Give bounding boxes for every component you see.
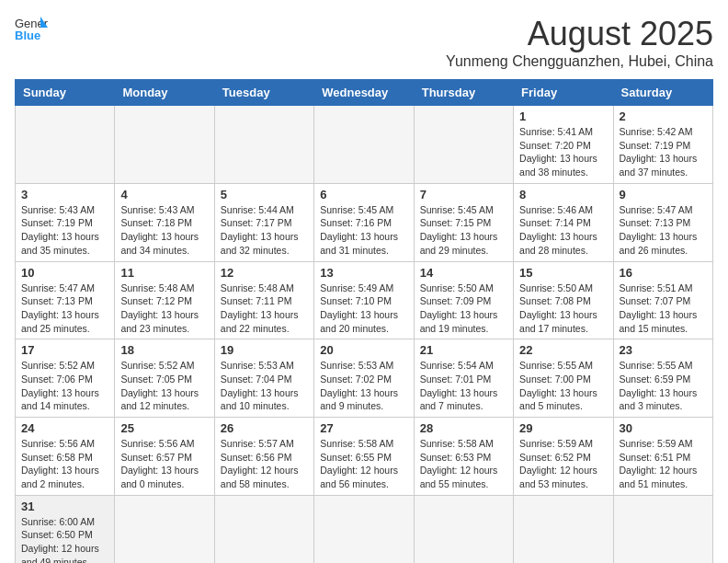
calendar-cell [314,106,414,184]
calendar-title: August 2025 [446,15,713,53]
calendar-cell: 27Sunrise: 5:58 AM Sunset: 6:55 PM Dayli… [314,418,414,496]
day-info: Sunrise: 5:53 AM Sunset: 7:04 PM Dayligh… [221,359,308,413]
day-number: 2 [620,109,707,123]
calendar-cell: 25Sunrise: 5:56 AM Sunset: 6:57 PM Dayli… [115,418,214,496]
calendar-week-row: 3Sunrise: 5:43 AM Sunset: 7:19 PM Daylig… [16,183,713,261]
calendar-cell: 8Sunrise: 5:46 AM Sunset: 7:14 PM Daylig… [514,183,613,261]
calendar-cell [314,495,414,563]
day-info: Sunrise: 5:54 AM Sunset: 7:01 PM Dayligh… [420,359,507,413]
calendar-cell: 21Sunrise: 5:54 AM Sunset: 7:01 PM Dayli… [414,339,513,418]
day-number: 9 [620,188,707,201]
day-info: Sunrise: 5:55 AM Sunset: 7:00 PM Dayligh… [519,359,607,413]
calendar-subtitle: Yunmeng Chengguanzhen, Hubei, China [446,53,713,70]
calendar-cell: 10Sunrise: 5:47 AM Sunset: 7:13 PM Dayli… [16,261,115,339]
calendar-table: SundayMondayTuesdayWednesdayThursdayFrid… [15,79,713,563]
calendar-cell: 20Sunrise: 5:53 AM Sunset: 7:02 PM Dayli… [314,339,414,418]
calendar-cell: 2Sunrise: 5:42 AM Sunset: 7:19 PM Daylig… [613,106,712,184]
calendar-cell: 31Sunrise: 6:00 AM Sunset: 6:50 PM Dayli… [16,495,115,563]
calendar-week-row: 10Sunrise: 5:47 AM Sunset: 7:13 PM Dayli… [16,261,713,339]
calendar-title-area: August 2025 Yunmeng Chengguanzhen, Hubei… [446,15,713,70]
calendar-cell: 6Sunrise: 5:45 AM Sunset: 7:16 PM Daylig… [314,183,414,261]
day-number: 6 [320,188,407,201]
calendar-cell: 28Sunrise: 5:58 AM Sunset: 6:53 PM Dayli… [414,418,513,496]
day-number: 11 [120,266,208,280]
day-number: 17 [21,343,108,357]
calendar-cell [214,106,313,184]
calendar-cell [613,495,712,563]
calendar-cell: 22Sunrise: 5:55 AM Sunset: 7:00 PM Dayli… [514,339,613,418]
day-info: Sunrise: 5:55 AM Sunset: 6:59 PM Dayligh… [620,359,707,413]
day-number: 30 [620,421,707,435]
day-number: 13 [320,266,407,280]
calendar-cell: 12Sunrise: 5:48 AM Sunset: 7:11 PM Dayli… [214,261,313,339]
calendar-cell: 26Sunrise: 5:57 AM Sunset: 6:56 PM Dayli… [214,418,313,496]
day-number: 31 [21,500,108,513]
weekday-header-row: SundayMondayTuesdayWednesdayThursdayFrid… [16,80,713,106]
calendar-cell: 23Sunrise: 5:55 AM Sunset: 6:59 PM Dayli… [613,339,712,418]
day-info: Sunrise: 5:47 AM Sunset: 7:13 PM Dayligh… [21,282,108,336]
weekday-header-saturday: Saturday [613,80,712,106]
day-number: 15 [519,266,607,280]
calendar-cell [414,106,513,184]
day-number: 28 [420,421,507,435]
day-number: 16 [620,266,707,280]
day-number: 18 [120,343,208,357]
svg-text:Blue: Blue [15,29,40,42]
day-info: Sunrise: 5:53 AM Sunset: 7:02 PM Dayligh… [320,359,407,413]
calendar-cell [514,495,613,563]
calendar-cell: 7Sunrise: 5:45 AM Sunset: 7:15 PM Daylig… [414,183,513,261]
weekday-header-tuesday: Tuesday [214,80,313,106]
weekday-header-friday: Friday [514,80,613,106]
day-info: Sunrise: 5:43 AM Sunset: 7:19 PM Dayligh… [21,203,108,258]
day-info: Sunrise: 5:44 AM Sunset: 7:17 PM Dayligh… [221,203,308,258]
day-info: Sunrise: 5:58 AM Sunset: 6:53 PM Dayligh… [420,437,507,491]
day-info: Sunrise: 5:47 AM Sunset: 7:13 PM Dayligh… [620,203,707,258]
calendar-cell: 14Sunrise: 5:50 AM Sunset: 7:09 PM Dayli… [414,261,513,339]
day-number: 1 [519,109,607,123]
calendar-cell [214,495,313,563]
day-number: 3 [21,188,108,201]
day-info: Sunrise: 5:59 AM Sunset: 6:52 PM Dayligh… [519,437,607,491]
day-info: Sunrise: 5:58 AM Sunset: 6:55 PM Dayligh… [320,437,407,491]
day-number: 22 [519,343,607,357]
calendar-week-row: 24Sunrise: 5:56 AM Sunset: 6:58 PM Dayli… [16,418,713,496]
day-number: 24 [21,421,108,435]
day-number: 12 [221,266,308,280]
day-number: 14 [420,266,507,280]
logo-icon: General Blue [15,15,48,42]
weekday-header-monday: Monday [115,80,214,106]
day-number: 20 [320,343,407,357]
calendar-cell: 16Sunrise: 5:51 AM Sunset: 7:07 PM Dayli… [613,261,712,339]
day-info: Sunrise: 5:42 AM Sunset: 7:19 PM Dayligh… [620,125,707,179]
calendar-cell: 11Sunrise: 5:48 AM Sunset: 7:12 PM Dayli… [115,261,214,339]
calendar-week-row: 31Sunrise: 6:00 AM Sunset: 6:50 PM Dayli… [16,495,713,563]
day-info: Sunrise: 6:00 AM Sunset: 6:50 PM Dayligh… [21,515,108,563]
calendar-cell: 24Sunrise: 5:56 AM Sunset: 6:58 PM Dayli… [16,418,115,496]
calendar-cell: 1Sunrise: 5:41 AM Sunset: 7:20 PM Daylig… [514,106,613,184]
day-info: Sunrise: 5:59 AM Sunset: 6:51 PM Dayligh… [620,437,707,491]
day-number: 29 [519,421,607,435]
day-info: Sunrise: 5:56 AM Sunset: 6:58 PM Dayligh… [21,437,108,491]
calendar-cell: 29Sunrise: 5:59 AM Sunset: 6:52 PM Dayli… [514,418,613,496]
calendar-week-row: 17Sunrise: 5:52 AM Sunset: 7:06 PM Dayli… [16,339,713,418]
day-info: Sunrise: 5:56 AM Sunset: 6:57 PM Dayligh… [120,437,208,491]
calendar-cell [115,106,214,184]
calendar-cell: 3Sunrise: 5:43 AM Sunset: 7:19 PM Daylig… [16,183,115,261]
calendar-cell: 17Sunrise: 5:52 AM Sunset: 7:06 PM Dayli… [16,339,115,418]
calendar-cell: 4Sunrise: 5:43 AM Sunset: 7:18 PM Daylig… [115,183,214,261]
day-info: Sunrise: 5:41 AM Sunset: 7:20 PM Dayligh… [519,125,607,179]
day-number: 4 [120,188,208,201]
weekday-header-thursday: Thursday [414,80,513,106]
day-info: Sunrise: 5:45 AM Sunset: 7:15 PM Dayligh… [420,203,507,258]
day-info: Sunrise: 5:45 AM Sunset: 7:16 PM Dayligh… [320,203,407,258]
day-info: Sunrise: 5:52 AM Sunset: 7:05 PM Dayligh… [120,359,208,413]
day-info: Sunrise: 5:46 AM Sunset: 7:14 PM Dayligh… [519,203,607,258]
day-info: Sunrise: 5:49 AM Sunset: 7:10 PM Dayligh… [320,282,407,336]
day-info: Sunrise: 5:50 AM Sunset: 7:09 PM Dayligh… [420,282,507,336]
calendar-cell: 15Sunrise: 5:50 AM Sunset: 7:08 PM Dayli… [514,261,613,339]
day-info: Sunrise: 5:48 AM Sunset: 7:12 PM Dayligh… [120,282,208,336]
calendar-cell: 13Sunrise: 5:49 AM Sunset: 7:10 PM Dayli… [314,261,414,339]
day-number: 8 [519,188,607,201]
day-number: 5 [221,188,308,201]
day-number: 26 [221,421,308,435]
